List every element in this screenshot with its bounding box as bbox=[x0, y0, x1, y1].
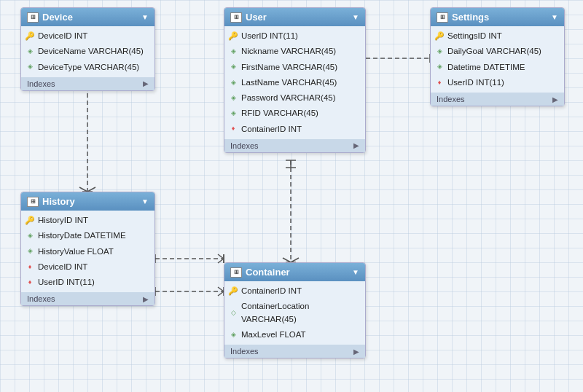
indexes-arrow: ▶ bbox=[143, 79, 149, 87]
field-icon: ◈ bbox=[435, 63, 444, 71]
history-indexes[interactable]: Indexes ▶ bbox=[21, 292, 154, 305]
field-icon: ◈ bbox=[229, 47, 238, 56]
indexes-arrow: ▶ bbox=[353, 141, 359, 149]
field-icon: ◈ bbox=[229, 109, 238, 118]
indexes-arrow: ▶ bbox=[552, 95, 558, 103]
fk-icon: ♦ bbox=[26, 262, 34, 271]
container-table-chevron[interactable]: ▼ bbox=[352, 268, 359, 276]
pk-icon: 🔑 bbox=[229, 32, 238, 41]
pk-icon: 🔑 bbox=[435, 32, 444, 41]
device-field-name: ◈ DeviceName VARCHAR(45) bbox=[21, 44, 154, 59]
user-field-containerid: ♦ ContainerID INT bbox=[224, 122, 365, 137]
settings-table-fields: 🔑 SettingsID INT ◈ DailyGoal VARCHAR(45)… bbox=[431, 26, 564, 93]
fk-icon: ♦ bbox=[435, 78, 444, 87]
user-field-rfid: ◈ RFID VARCHAR(45) bbox=[224, 106, 365, 121]
user-table-header: ⊞ User ▼ bbox=[224, 8, 365, 26]
user-field-lastname: ◈ LastName VARCHAR(45) bbox=[224, 75, 365, 90]
history-field-id: 🔑 HistoryID INT bbox=[21, 213, 154, 228]
settings-field-datetime: ◈ Datetime DATETIME bbox=[431, 60, 564, 75]
container-table-fields: 🔑 ContainerID INT ◇ ContainerLocation VA… bbox=[224, 281, 365, 345]
field-icon: ◈ bbox=[435, 47, 444, 56]
device-table: ⊞ Device ▼ 🔑 DeviceID INT ◈ DeviceName V… bbox=[20, 7, 155, 91]
settings-field-id: 🔑 SettingsID INT bbox=[431, 28, 564, 44]
container-table-header: ⊞ Container ▼ bbox=[224, 263, 365, 281]
history-table-header: ⊞ History ▼ bbox=[21, 192, 154, 211]
settings-table-title: Settings bbox=[452, 12, 489, 23]
device-table-chevron[interactable]: ▼ bbox=[141, 13, 149, 21]
container-table-icon: ⊞ bbox=[230, 267, 242, 278]
settings-field-dailygoal: ◈ DailyGoal VARCHAR(45) bbox=[431, 44, 564, 59]
fk-icon: ♦ bbox=[229, 125, 238, 133]
indexes-arrow: ▶ bbox=[353, 348, 359, 356]
device-table-fields: 🔑 DeviceID INT ◈ DeviceName VARCHAR(45) … bbox=[21, 26, 154, 77]
history-field-date: ◈ HistoryDate DATETIME bbox=[21, 228, 154, 243]
field-icon: ◈ bbox=[229, 330, 238, 339]
history-field-value: ◈ HistoryValue FLOAT bbox=[21, 244, 154, 259]
device-indexes[interactable]: Indexes ▶ bbox=[21, 77, 154, 90]
user-field-firstname: ◈ FirstName VARCHAR(45) bbox=[224, 60, 365, 75]
settings-table-header: ⊞ Settings ▼ bbox=[431, 8, 564, 26]
history-table-title: History bbox=[42, 196, 75, 207]
svg-line-13 bbox=[218, 254, 224, 259]
device-field-id: 🔑 DeviceID INT bbox=[21, 28, 154, 44]
user-indexes[interactable]: Indexes ▶ bbox=[224, 139, 365, 152]
user-field-password: ◈ Password VARCHAR(45) bbox=[224, 90, 365, 106]
container-indexes[interactable]: Indexes ▶ bbox=[224, 345, 365, 358]
settings-field-userid: ♦ UserID INT(11) bbox=[431, 75, 564, 90]
field-icon: ◈ bbox=[26, 47, 34, 56]
container-field-id: 🔑 ContainerID INT bbox=[224, 283, 365, 299]
container-field-maxlevel: ◈ MaxLevel FLOAT bbox=[224, 327, 365, 342]
pk-icon: 🔑 bbox=[229, 287, 238, 296]
svg-line-34 bbox=[218, 291, 224, 296]
settings-table: ⊞ Settings ▼ 🔑 SettingsID INT ◈ DailyGoa… bbox=[430, 7, 565, 106]
field-icon: ◈ bbox=[26, 232, 34, 240]
user-table-icon: ⊞ bbox=[230, 12, 242, 23]
device-table-icon: ⊞ bbox=[27, 12, 39, 23]
user-field-nickname: ◈ Nickname VARCHAR(45) bbox=[224, 44, 365, 59]
container-field-location: ◇ ContainerLocation VARCHAR(45) bbox=[224, 299, 365, 327]
user-table-title: User bbox=[246, 12, 267, 23]
field-icon: ◈ bbox=[229, 94, 238, 103]
container-table: ⊞ Container ▼ 🔑 ContainerID INT ◇ Contai… bbox=[224, 262, 366, 358]
device-field-type: ◈ DeviceType VARCHAR(45) bbox=[21, 60, 154, 75]
user-table-chevron[interactable]: ▼ bbox=[352, 13, 359, 21]
history-table: ⊞ History ▼ 🔑 HistoryID INT ◈ HistoryDat… bbox=[20, 192, 155, 306]
settings-table-chevron[interactable]: ▼ bbox=[551, 13, 558, 21]
history-table-fields: 🔑 HistoryID INT ◈ HistoryDate DATETIME ◈… bbox=[21, 211, 154, 292]
pk-icon: 🔑 bbox=[26, 32, 34, 41]
field-icon: ◈ bbox=[229, 78, 238, 87]
field-icon: ◈ bbox=[26, 63, 34, 71]
svg-line-14 bbox=[218, 259, 224, 263]
field-icon: ◈ bbox=[229, 63, 238, 71]
indexes-arrow: ▶ bbox=[143, 295, 149, 303]
history-field-userid: ♦ UserID INT(11) bbox=[21, 275, 154, 290]
settings-table-icon: ⊞ bbox=[437, 12, 448, 23]
field-icon: ◈ bbox=[26, 247, 34, 256]
fk-icon: ♦ bbox=[26, 278, 34, 287]
settings-indexes[interactable]: Indexes ▶ bbox=[431, 93, 564, 106]
container-table-title: Container bbox=[246, 267, 290, 278]
history-table-chevron[interactable]: ▼ bbox=[141, 197, 149, 205]
user-field-id: 🔑 UserID INT(11) bbox=[224, 28, 365, 44]
device-table-title: Device bbox=[42, 12, 73, 23]
history-field-deviceid: ♦ DeviceID INT bbox=[21, 259, 154, 275]
field-icon: ◇ bbox=[229, 309, 238, 318]
user-table: ⊞ User ▼ 🔑 UserID INT(11) ◈ Nickname VAR… bbox=[224, 7, 366, 153]
user-table-fields: 🔑 UserID INT(11) ◈ Nickname VARCHAR(45) … bbox=[224, 26, 365, 139]
history-table-icon: ⊞ bbox=[27, 197, 39, 207]
device-table-header: ⊞ Device ▼ bbox=[21, 8, 154, 26]
svg-line-33 bbox=[218, 287, 224, 291]
pk-icon: 🔑 bbox=[26, 216, 34, 225]
